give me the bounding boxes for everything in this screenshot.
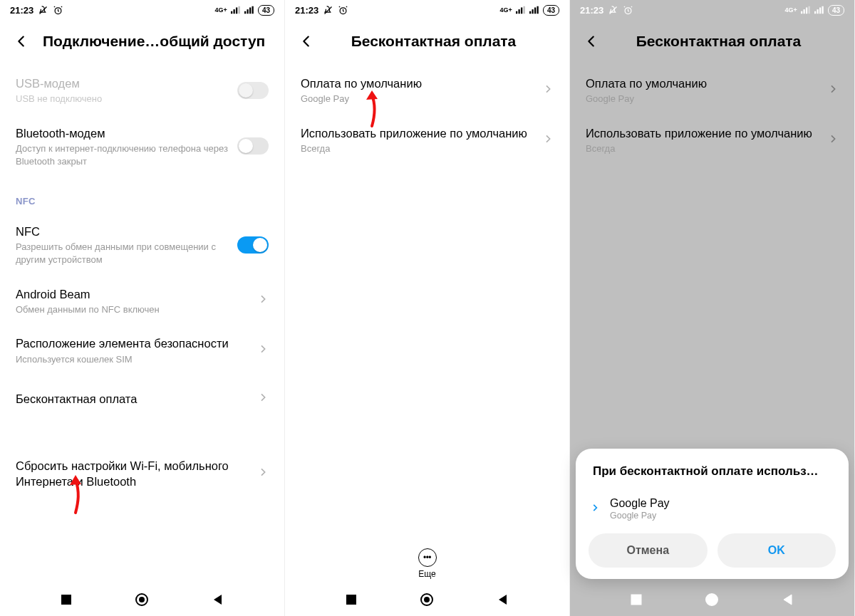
svg-rect-22 bbox=[532, 9, 533, 14]
alarm-icon bbox=[623, 5, 633, 16]
svg-rect-5 bbox=[238, 6, 239, 14]
svg-rect-8 bbox=[249, 8, 251, 14]
item-use-default-app[interactable]: Использовать приложение по умолчанию Все… bbox=[285, 115, 569, 165]
ok-button[interactable]: OK bbox=[717, 533, 836, 568]
nav-recents[interactable] bbox=[611, 594, 661, 605]
svg-rect-24 bbox=[537, 6, 538, 14]
status-bar: 21:23 4G+ 43 bbox=[570, 0, 854, 20]
network-type: 4G+ bbox=[500, 7, 512, 14]
option-title: Google Pay bbox=[610, 497, 670, 510]
item-title: Оплата по умолчанию bbox=[586, 75, 819, 91]
toggle-nfc[interactable] bbox=[237, 236, 269, 254]
navigation-bar bbox=[570, 583, 854, 616]
chevron-right-icon bbox=[827, 83, 839, 98]
nav-back[interactable] bbox=[478, 594, 528, 605]
svg-rect-40 bbox=[631, 595, 641, 605]
svg-rect-37 bbox=[817, 9, 818, 14]
svg-rect-32 bbox=[801, 11, 802, 14]
item-usb-tether: USB-модем USB не подключено bbox=[0, 66, 284, 115]
item-sub: Google Pay bbox=[586, 93, 819, 105]
bottom-sheet: При бесконтактной оплате использ… Google… bbox=[576, 449, 849, 579]
nav-recents[interactable] bbox=[326, 594, 376, 605]
svg-marker-28 bbox=[499, 595, 507, 605]
item-title: Расположение элемента безопасности bbox=[16, 335, 249, 351]
svg-rect-21 bbox=[529, 11, 531, 14]
sheet-option-google-pay[interactable]: Google Pay Google Pay bbox=[589, 493, 836, 533]
header: Бесконтактная оплата bbox=[285, 20, 569, 66]
item-sub: Google Pay bbox=[301, 93, 534, 105]
signal-icon-2 bbox=[244, 6, 254, 14]
back-button[interactable] bbox=[13, 33, 30, 50]
svg-marker-43 bbox=[784, 595, 792, 605]
back-button[interactable] bbox=[583, 33, 600, 50]
page-title: Подключение…общий доступ bbox=[43, 33, 271, 50]
item-title: USB-модем bbox=[16, 75, 229, 91]
item-default-payment[interactable]: Оплата по умолчанию Google Pay bbox=[285, 66, 569, 115]
item-title: Бесконтактная оплата bbox=[16, 391, 249, 407]
svg-rect-6 bbox=[244, 11, 246, 14]
item-title: Использовать приложение по умолчанию bbox=[586, 125, 819, 141]
toggle-bluetooth[interactable] bbox=[237, 137, 269, 155]
sheet-title: При бесконтактной оплате использ… bbox=[589, 464, 836, 479]
item-sub: Разрешить обмен данными при совмещении с… bbox=[16, 241, 229, 266]
nav-recents[interactable] bbox=[41, 594, 91, 605]
nav-back[interactable] bbox=[193, 594, 243, 605]
toggle-usb bbox=[237, 82, 269, 99]
chevron-right-icon bbox=[590, 503, 600, 516]
item-title: Сбросить настройки Wi-Fi, мобильного Инт… bbox=[16, 458, 249, 490]
item-nfc[interactable]: NFC Разрешить обмен данными при совмещен… bbox=[0, 214, 284, 276]
nav-home[interactable] bbox=[402, 592, 452, 607]
cancel-button[interactable]: Отмена bbox=[589, 533, 708, 568]
item-contactless-payment[interactable]: Бесконтактная оплата bbox=[0, 375, 284, 422]
nav-home[interactable] bbox=[117, 592, 167, 607]
nav-back[interactable] bbox=[763, 594, 813, 605]
item-bluetooth-tether[interactable]: Bluetooth-модем Доступ к интернет-подклю… bbox=[0, 115, 284, 177]
svg-rect-10 bbox=[61, 595, 71, 605]
more-icon: ••• bbox=[418, 548, 437, 567]
item-android-beam[interactable]: Android Beam Обмен данными по NFC включе… bbox=[0, 276, 284, 326]
svg-rect-34 bbox=[806, 8, 807, 14]
svg-rect-38 bbox=[819, 8, 821, 14]
svg-rect-18 bbox=[518, 9, 519, 14]
chevron-right-icon bbox=[542, 83, 554, 98]
battery-indicator: 43 bbox=[543, 5, 559, 16]
item-sub: Доступ к интернет-подключению телефона ч… bbox=[16, 142, 229, 167]
do-not-disturb-icon bbox=[608, 5, 618, 16]
svg-rect-25 bbox=[346, 595, 356, 605]
svg-rect-2 bbox=[231, 11, 232, 14]
section-nfc: NFC bbox=[0, 177, 284, 214]
item-sub: Используется кошелек SIM bbox=[16, 353, 249, 366]
status-bar: 21:23 4G+ 43 bbox=[0, 0, 284, 20]
signal-icon bbox=[231, 6, 241, 14]
chevron-right-icon bbox=[827, 133, 839, 147]
option-sub: Google Pay bbox=[610, 511, 670, 521]
svg-rect-9 bbox=[252, 6, 253, 14]
signal-icon bbox=[801, 6, 811, 14]
signal-icon bbox=[516, 6, 526, 14]
svg-rect-39 bbox=[822, 6, 823, 14]
item-use-default-app: Использовать приложение по умолчанию Все… bbox=[570, 115, 854, 165]
item-secure-element[interactable]: Расположение элемента безопасности Испол… bbox=[0, 325, 284, 375]
chevron-right-icon bbox=[257, 466, 269, 481]
item-reset-network[interactable]: Сбросить настройки Wi-Fi, мобильного Инт… bbox=[0, 448, 284, 500]
svg-point-42 bbox=[709, 597, 715, 602]
item-default-payment: Оплата по умолчанию Google Pay bbox=[570, 66, 854, 115]
nav-home[interactable] bbox=[687, 592, 737, 607]
svg-rect-33 bbox=[803, 9, 804, 14]
svg-rect-4 bbox=[236, 8, 237, 14]
signal-icon-2 bbox=[529, 6, 539, 14]
do-not-disturb-icon bbox=[323, 5, 333, 16]
svg-marker-13 bbox=[214, 595, 222, 605]
navigation-bar bbox=[285, 583, 569, 616]
item-title: Android Beam bbox=[16, 286, 249, 302]
network-type: 4G+ bbox=[785, 7, 797, 14]
chevron-right-icon bbox=[257, 392, 269, 406]
item-title: NFC bbox=[16, 224, 229, 239]
more-menu[interactable]: ••• Еще bbox=[285, 543, 569, 583]
svg-point-27 bbox=[424, 597, 430, 602]
more-label: Еще bbox=[418, 569, 435, 579]
back-button[interactable] bbox=[298, 33, 315, 50]
do-not-disturb-icon bbox=[38, 5, 48, 16]
status-time: 21:23 bbox=[580, 5, 603, 16]
item-sub: Обмен данными по NFC включен bbox=[16, 303, 249, 316]
